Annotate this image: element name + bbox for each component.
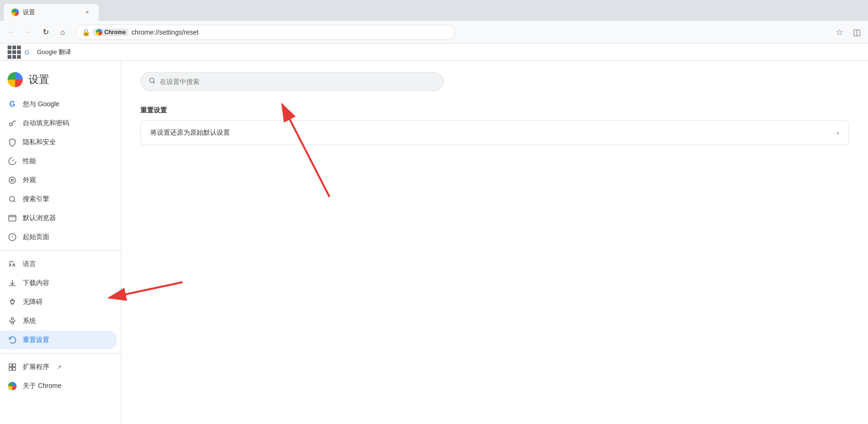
performance-icon: [8, 157, 17, 166]
sidebar-label-about: 关于 Chrome: [23, 382, 62, 390]
sidebar-label-accessibility: 无障碍: [23, 298, 43, 306]
sidebar-item-language[interactable]: 语言: [0, 255, 117, 274]
sidebar-item-privacy[interactable]: 隐私和安全: [0, 133, 117, 152]
chrome-badge: Chrome: [93, 28, 128, 36]
translate-bar: G Google 翻译: [0, 44, 868, 61]
address-bar[interactable]: 🔒 Chrome chrome://settings/reset: [76, 25, 455, 40]
sidebar-item-about[interactable]: 关于 Chrome: [0, 377, 117, 396]
sidebar-label-startup: 起始页面: [23, 233, 49, 241]
settings-content: 重置设置 将设置还原为原始默认设置 ›: [121, 61, 868, 424]
sidebar-divider-2: [0, 353, 121, 354]
tab-bar: 设置 ×: [0, 0, 868, 21]
language-icon: [8, 259, 17, 269]
tab-favicon: [11, 9, 19, 16]
settings-page-title: 设置: [28, 73, 49, 87]
sidebar-label-download: 下载内容: [23, 279, 49, 287]
reset-icon: [8, 335, 17, 345]
sidebar-item-reset[interactable]: 重置设置: [0, 331, 117, 350]
sidebar-divider-1: [0, 250, 121, 251]
bookmark-button[interactable]: ☆: [832, 25, 847, 40]
download-icon: [8, 278, 17, 288]
sidebar-label-default-browser: 默认浏览器: [23, 214, 56, 222]
restore-defaults-row[interactable]: 将设置还原为原始默认设置 ›: [141, 121, 849, 145]
search-icon: [8, 194, 17, 204]
refresh-button[interactable]: ↻: [38, 25, 53, 40]
sidebar-label-performance: 性能: [23, 157, 36, 166]
sidebar-label-extensions: 扩展程序: [23, 363, 49, 371]
restore-defaults-label: 将设置还原为原始默认设置: [150, 129, 837, 137]
browser-tab[interactable]: 设置 ×: [4, 4, 99, 21]
sidebar-label-privacy: 隐私和安全: [23, 138, 56, 147]
reset-settings-card: 将设置还原为原始默认设置 ›: [140, 120, 849, 145]
sidebar-item-performance[interactable]: 性能: [0, 152, 117, 171]
apps-grid-icon[interactable]: [8, 46, 21, 59]
browser-icon: [8, 213, 17, 223]
extensions-sidebar-icon: [8, 362, 17, 372]
search-bar[interactable]: [140, 72, 444, 91]
back-button[interactable]: ←: [4, 25, 19, 40]
tab-title: 设置: [23, 8, 35, 17]
sidebar-label-search: 搜索引擎: [23, 195, 49, 203]
browser-frame: 设置 × ← → ↻ ⌂ 🔒 Chrome chrome://settings/…: [0, 0, 868, 424]
search-input[interactable]: [160, 78, 436, 85]
address-text: chrome://settings/reset: [131, 28, 199, 36]
sidebar-label-reset: 重置设置: [23, 336, 49, 344]
chevron-right-icon: ›: [837, 129, 839, 137]
svg-point-2: [11, 179, 14, 182]
sidebar-label-language: 语言: [23, 260, 36, 268]
sidebar-label-system: 系统: [23, 317, 36, 325]
system-icon: [8, 316, 17, 326]
sidebar-item-system[interactable]: 系统: [0, 312, 117, 331]
sidebar-label-appearance: 外观: [23, 176, 36, 184]
main-content: 设置 G 您与 Google 自动填充和密码 隐私和安全: [0, 61, 868, 424]
about-icon: [8, 381, 17, 391]
google-translate-icon: G: [25, 48, 33, 56]
search-bar-icon: [148, 77, 156, 86]
sidebar: 设置 G 您与 Google 自动填充和密码 隐私和安全: [0, 61, 121, 424]
svg-point-13: [150, 78, 154, 83]
chrome-logo: [8, 72, 23, 87]
svg-rect-12: [13, 368, 16, 370]
svg-rect-5: [9, 215, 16, 221]
lock-icon: 🔒: [82, 28, 90, 36]
key-icon: [8, 119, 17, 128]
svg-point-4: [9, 196, 15, 202]
svg-rect-9: [9, 364, 12, 367]
svg-point-7: [12, 299, 13, 300]
translate-bar-label: Google 翻译: [37, 48, 71, 56]
appearance-icon: [8, 175, 17, 185]
chrome-logo-small: [96, 29, 102, 36]
accessibility-icon: [8, 297, 17, 307]
tab-close-button[interactable]: ×: [83, 9, 91, 16]
external-link-icon: ↗: [57, 364, 62, 370]
address-bar-wrap: 🔒 Chrome chrome://settings/reset: [76, 25, 455, 40]
sidebar-header: 设置: [0, 68, 121, 95]
sidebar-item-google[interactable]: G 您与 Google: [0, 95, 117, 114]
sidebar-item-startup[interactable]: 起始页面: [0, 228, 117, 247]
sidebar-item-default-browser[interactable]: 默认浏览器: [0, 209, 117, 228]
toolbar-right: ☆ ◫: [832, 25, 864, 40]
sidebar-item-search[interactable]: 搜索引擎: [0, 190, 117, 209]
toolbar: ← → ↻ ⌂ 🔒 Chrome chrome://settings/reset…: [0, 21, 868, 44]
shield-icon: [8, 138, 17, 147]
startup-icon: [8, 232, 17, 242]
sidebar-item-autofill[interactable]: 自动填充和密码: [0, 114, 117, 133]
svg-point-3: [9, 177, 16, 184]
sidebar-label-autofill: 自动填充和密码: [23, 119, 69, 128]
chrome-label: Chrome: [104, 29, 126, 36]
section-title: 重置设置: [140, 106, 849, 115]
svg-text:G: G: [25, 48, 30, 55]
svg-rect-11: [9, 368, 12, 370]
sidebar-label-google: 您与 Google: [23, 100, 59, 109]
sidebar-item-accessibility[interactable]: 无障碍: [0, 293, 117, 312]
svg-rect-10: [13, 364, 16, 367]
extensions-button[interactable]: ◫: [849, 25, 864, 40]
sidebar-item-download[interactable]: 下载内容: [0, 274, 117, 293]
sidebar-item-appearance[interactable]: 外观: [0, 171, 117, 190]
sidebar-item-extensions[interactable]: 扩展程序 ↗: [0, 358, 117, 377]
home-button[interactable]: ⌂: [55, 25, 70, 40]
svg-point-8: [11, 322, 14, 324]
google-icon: G: [8, 100, 17, 109]
forward-button[interactable]: →: [21, 25, 36, 40]
svg-point-1: [9, 123, 12, 126]
